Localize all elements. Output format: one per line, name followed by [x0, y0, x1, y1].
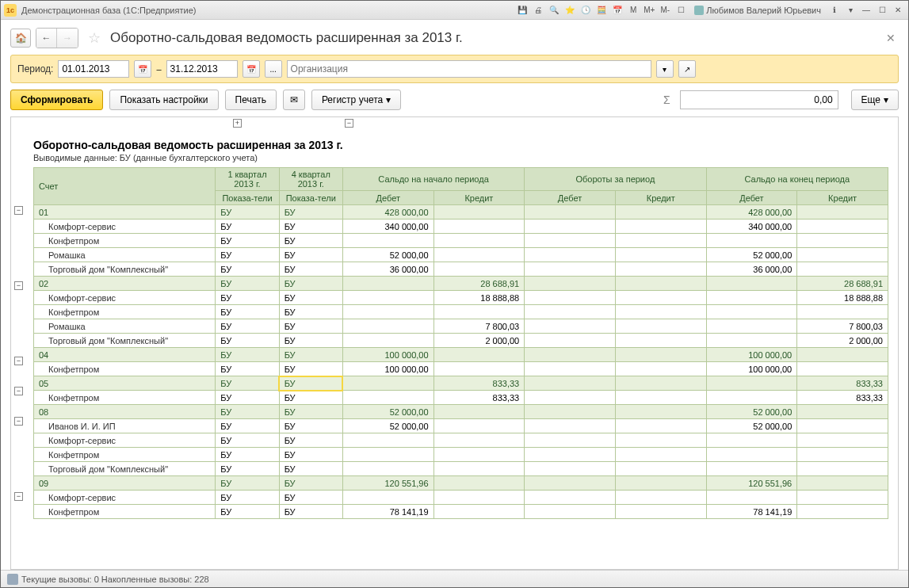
- star-icon[interactable]: ☆: [88, 29, 101, 47]
- generate-button[interactable]: Сформировать: [10, 90, 103, 110]
- col-td: Дебет: [525, 191, 616, 205]
- period-label: Период:: [17, 63, 53, 74]
- collapse-row-icon[interactable]: −: [14, 357, 23, 365]
- col-saldo-end: Сальдо на конец периода: [706, 168, 888, 191]
- collapse-row-icon[interactable]: −: [14, 417, 23, 426]
- table-row[interactable]: Торговый дом "Комплексный"БУБУ: [34, 462, 888, 476]
- app-icon: 1c: [4, 4, 17, 17]
- app-title: Демонстрационная база (1С:Предприятие): [21, 6, 196, 15]
- date-dash: –: [156, 64, 161, 74]
- maximize-icon[interactable]: ☐: [875, 4, 889, 17]
- calc-icon[interactable]: 🧮: [594, 4, 609, 17]
- collapse-row-icon[interactable]: −: [14, 281, 23, 290]
- org-open-icon[interactable]: ↗: [678, 60, 696, 78]
- table-row[interactable]: КонфетпромБУБУ: [34, 234, 888, 248]
- user-icon: [694, 6, 704, 15]
- col-account: Счет: [34, 168, 216, 205]
- table-row[interactable]: КонфетпромБУБУ78 141,1978 141,19: [34, 505, 888, 519]
- chevron-down-icon: ▾: [884, 94, 888, 105]
- table-row[interactable]: Комфорт-сервисБУБУ18 888,8818 888,88: [34, 291, 888, 305]
- filter-bar: Период: 📅 – 📅 ... ▾ ↗: [10, 55, 899, 83]
- table-row[interactable]: 08БУБУ52 000,0052 000,00: [34, 405, 888, 419]
- date-to-input[interactable]: [166, 60, 238, 78]
- chevron-down-icon: ▾: [386, 94, 391, 105]
- close-icon[interactable]: ✕: [891, 4, 905, 17]
- print-button[interactable]: Печать: [225, 90, 277, 110]
- col-saldo-start: Сальдо на начало периода: [342, 168, 524, 191]
- organization-input[interactable]: [287, 60, 651, 78]
- panel-icon[interactable]: ☐: [674, 4, 688, 17]
- table-row[interactable]: Комфорт-сервисБУБУ: [34, 433, 888, 448]
- toolbar: Сформировать Показать настройки Печать ✉…: [10, 90, 899, 110]
- date-from-picker-icon[interactable]: 📅: [134, 60, 151, 78]
- home-button[interactable]: 🏠: [10, 29, 31, 48]
- table-row[interactable]: КонфетпромБУБУ: [34, 305, 888, 319]
- table-row[interactable]: РомашкаБУБУ7 800,037 800,03: [34, 319, 888, 334]
- table-row[interactable]: 01БУБУ428 000,00428 000,00: [34, 205, 888, 220]
- report-area[interactable]: + − Оборотно-сальдовая ведомость расшире…: [10, 116, 899, 570]
- outline-collapse-col-icon[interactable]: −: [345, 119, 353, 128]
- forward-button[interactable]: →: [57, 29, 78, 48]
- email-button[interactable]: ✉: [283, 90, 305, 110]
- table-row[interactable]: Торговый дом "Комплексный"БУБУ2 000,002 …: [34, 334, 888, 348]
- col-q1: 1 квартал 2013 г.: [216, 168, 279, 191]
- back-button[interactable]: ←: [36, 29, 57, 48]
- minimize-icon[interactable]: —: [859, 4, 873, 17]
- table-row[interactable]: 05БУБУ833,33833,33: [34, 376, 888, 391]
- show-settings-button[interactable]: Показать настройки: [109, 90, 218, 110]
- table-row[interactable]: КонфетпромБУБУ: [34, 448, 888, 462]
- table-row[interactable]: КонфетпромБУБУ833,33833,33: [34, 391, 888, 405]
- favorite-icon[interactable]: ⭐: [563, 4, 577, 17]
- collapse-row-icon[interactable]: −: [14, 387, 23, 395]
- info-icon[interactable]: ℹ: [827, 4, 842, 17]
- print-icon[interactable]: 🖨: [531, 4, 545, 17]
- sum-input[interactable]: [680, 90, 838, 109]
- close-tab-icon[interactable]: ✕: [883, 32, 899, 44]
- table-row[interactable]: КонфетпромБУБУ100 000,00100 000,00: [34, 362, 888, 376]
- report-subtitle: Выводимые данные: БУ (данные бухгалтерск…: [33, 153, 888, 162]
- user-label[interactable]: Любимов Валерий Юрьевич: [689, 6, 826, 15]
- compare-icon[interactable]: 🔍: [547, 4, 561, 17]
- col-q4: 4 квартал 2013 г.: [279, 168, 342, 191]
- table-row[interactable]: Комфорт-сервисБУБУ: [34, 491, 888, 505]
- report-title: Оборотно-сальдовая ведомость расширенная…: [33, 139, 888, 151]
- table-row[interactable]: 04БУБУ100 000,00100 000,00: [34, 348, 888, 362]
- report-table: Счет 1 квартал 2013 г. 4 квартал 2013 г.…: [33, 167, 888, 519]
- m-plus-button[interactable]: M+: [642, 4, 656, 17]
- date-from-input[interactable]: [58, 60, 129, 78]
- org-dropdown-icon[interactable]: ▾: [656, 60, 674, 78]
- table-row[interactable]: РомашкаБУБУ52 000,0052 000,00: [34, 248, 888, 262]
- col-sd: Дебет: [342, 191, 433, 205]
- page-title: Оборотно-сальдовая ведомость расширенная…: [110, 30, 463, 46]
- outline-expand-col-icon[interactable]: +: [233, 119, 242, 128]
- collapse-row-icon[interactable]: −: [14, 492, 23, 501]
- col-ec: Кредит: [797, 191, 888, 205]
- registry-button[interactable]: Регистр учета ▾: [311, 90, 401, 110]
- more-button[interactable]: Еще ▾: [851, 90, 899, 110]
- status-icon: [7, 574, 18, 585]
- col-q1-ind: Показа-тели: [216, 191, 279, 205]
- table-row[interactable]: 09БУБУ120 551,96120 551,96: [34, 476, 888, 491]
- col-q4-ind: Показа-тели: [279, 191, 342, 205]
- col-turnover: Обороты за период: [525, 168, 706, 191]
- status-bar: Текущие вызовы: 0 Накопленные вызовы: 22…: [1, 570, 908, 587]
- period-ellipsis-button[interactable]: ...: [265, 60, 282, 78]
- date-to-picker-icon[interactable]: 📅: [243, 60, 260, 78]
- col-sc: Кредит: [433, 191, 525, 205]
- status-text: Текущие вызовы: 0 Накопленные вызовы: 22…: [21, 575, 209, 584]
- m-minus-button[interactable]: M-: [658, 4, 672, 17]
- table-row[interactable]: Иванов И. И. ИПБУБУ52 000,0052 000,00: [34, 419, 888, 433]
- collapse-row-icon[interactable]: −: [14, 206, 23, 215]
- table-row[interactable]: Торговый дом "Комплексный"БУБУ36 000,003…: [34, 262, 888, 277]
- col-tc: Кредит: [615, 191, 706, 205]
- history-icon[interactable]: 🕓: [579, 4, 593, 17]
- m-button[interactable]: M: [626, 4, 640, 17]
- calendar-icon[interactable]: 📅: [610, 4, 624, 17]
- sum-icon: Σ: [660, 94, 674, 106]
- titlebar: 1c Демонстрационная база (1С:Предприятие…: [1, 1, 908, 20]
- table-row[interactable]: 02БУБУ28 688,9128 688,91: [34, 277, 888, 291]
- dropdown-icon[interactable]: ▾: [843, 4, 857, 17]
- table-row[interactable]: Комфорт-сервисБУБУ340 000,00340 000,00: [34, 220, 888, 234]
- save-icon[interactable]: 💾: [515, 4, 529, 17]
- col-ed: Дебет: [706, 191, 797, 205]
